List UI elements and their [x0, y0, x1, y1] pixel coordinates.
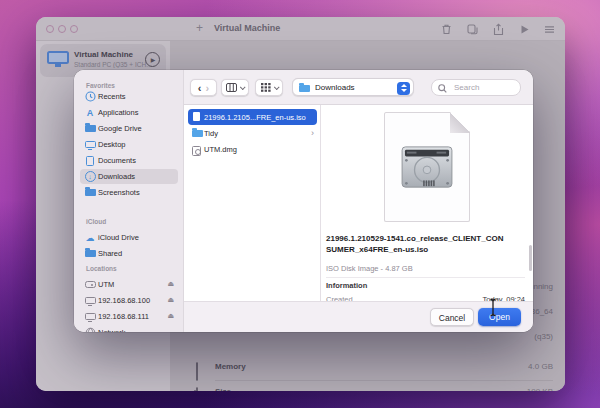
file-list: 21996.1.2105...FRE_en-us.iso Tidy › UTM.…	[184, 105, 321, 301]
sidebar-item-label: 192.168.68.111	[98, 312, 149, 321]
back-icon[interactable]: ‹	[198, 82, 202, 94]
search-input[interactable]	[452, 81, 514, 94]
cancel-button[interactable]: Cancel	[430, 308, 474, 326]
sidebar-item-label: iCloud Drive	[98, 233, 139, 242]
desktop-icon	[84, 139, 96, 150]
preview-file-name-line1: 21996.1.210529-1541.co_release_CLIENT_CO…	[326, 234, 503, 243]
section-header-icloud: iCloud	[86, 218, 106, 225]
sidebar-item-label: Shared	[98, 249, 122, 258]
preview-file-name-line2: SUMER_x64FRE_en-us.iso	[326, 245, 428, 254]
downloads-icon: ↓	[84, 171, 96, 182]
preview-pane: 21996.1.210529-1541.co_release_CLIENT_CO…	[321, 105, 533, 301]
sidebar-item-label: Desktop	[98, 140, 126, 149]
sidebar-item-label: Downloads	[98, 172, 135, 181]
document-icon	[84, 155, 96, 166]
sidebar-item-label: UTM	[98, 280, 114, 289]
search-icon	[438, 84, 447, 93]
sidebar-item-network[interactable]: Network	[80, 325, 178, 332]
grid-view-button[interactable]	[255, 79, 283, 96]
file-name: UTM.dmg	[204, 145, 237, 154]
folder-icon	[84, 187, 96, 198]
preview-file-name: 21996.1.210529-1541.co_release_CLIENT_CO…	[326, 233, 527, 255]
eject-icon[interactable]: ⏏	[167, 312, 174, 320]
disk-image-icon	[192, 146, 201, 156]
globe-icon	[84, 327, 96, 332]
forward-icon: ›	[206, 82, 210, 94]
sidebar-item-applications[interactable]: A Applications	[80, 105, 178, 120]
location-popup[interactable]: Downloads	[292, 78, 414, 96]
open-file-dialog: Favorites Recents A Applications Google …	[74, 70, 533, 332]
selected-row-highlight: 21996.1.2105...FRE_en-us.iso	[188, 109, 317, 125]
cloud-icon: ☁	[84, 232, 96, 243]
nav-back-forward[interactable]: ‹ ›	[190, 79, 217, 96]
network-display-icon	[84, 311, 96, 322]
section-header-favorites: Favorites	[86, 82, 115, 89]
file-row-iso[interactable]: 21996.1.2105...FRE_en-us.iso	[184, 109, 320, 125]
desktop-wallpaper: + Virtual Machine Virtual Machine St	[0, 0, 600, 408]
applications-icon: A	[84, 107, 96, 118]
file-row-utm-dmg[interactable]: UTM.dmg	[184, 142, 320, 158]
folder-icon	[299, 85, 310, 92]
open-button[interactable]: Open	[478, 308, 521, 326]
search-field[interactable]	[431, 79, 521, 96]
eject-icon[interactable]: ⏏	[167, 296, 174, 304]
clock-icon	[84, 91, 96, 102]
hard-drive-icon	[398, 144, 456, 190]
section-header-locations: Locations	[86, 265, 117, 272]
popup-stepper-icon	[397, 82, 410, 95]
file-name: 21996.1.2105...FRE_en-us.iso	[204, 113, 306, 122]
location-popup-label: Downloads	[315, 83, 355, 92]
sidebar-item-label: Documents	[98, 156, 136, 165]
sidebar-item-label: 192.168.68.100	[98, 296, 150, 305]
sidebar-item-desktop[interactable]: Desktop	[80, 137, 178, 152]
chevron-down-icon	[240, 84, 246, 90]
sidebar-item-label: Recents	[98, 92, 126, 101]
folder-icon	[192, 130, 203, 137]
dialog-sidebar: Favorites Recents A Applications Google …	[74, 70, 184, 332]
eject-icon[interactable]: ⏏	[167, 280, 174, 288]
sidebar-item-downloads[interactable]: ↓ Downloads	[80, 169, 178, 184]
preview-info-header: Information	[326, 281, 367, 290]
chevron-down-icon	[273, 84, 279, 90]
sidebar-item-server-100[interactable]: 192.168.68.100 ⏏	[80, 293, 178, 308]
shared-folder-icon	[84, 248, 96, 259]
dialog-button-bar: Cancel Open	[184, 301, 533, 332]
folder-icon	[84, 123, 96, 134]
ibeam-cursor	[487, 298, 499, 317]
sidebar-item-server-111[interactable]: 192.168.68.111 ⏏	[80, 309, 178, 324]
file-name: Tidy	[204, 129, 218, 138]
sidebar-item-label: Screenshots	[98, 188, 140, 197]
column-view-button[interactable]	[221, 79, 249, 96]
preview-scrollbar[interactable]	[529, 245, 532, 271]
network-display-icon	[84, 295, 96, 306]
file-icon	[193, 112, 200, 121]
sidebar-item-label: Network	[98, 328, 126, 332]
preview-divider	[326, 277, 525, 278]
preview-file-kind: ISO Disk Image - 4.87 GB	[326, 264, 413, 273]
sidebar-item-label: Applications	[98, 108, 138, 117]
sidebar-item-shared[interactable]: Shared	[80, 246, 178, 261]
columns-icon	[226, 83, 237, 92]
external-drive-icon	[84, 279, 96, 290]
sidebar-item-documents[interactable]: Documents	[80, 153, 178, 168]
sidebar-item-icloud-drive[interactable]: ☁ iCloud Drive	[80, 230, 178, 245]
sidebar-item-google-drive[interactable]: Google Drive	[80, 121, 178, 136]
sidebar-item-label: Google Drive	[98, 124, 142, 133]
disclosure-chevron-icon: ›	[311, 128, 314, 138]
sidebar-item-recents[interactable]: Recents	[80, 89, 178, 104]
page-fold-corner	[450, 113, 470, 133]
sidebar-item-screenshots[interactable]: Screenshots	[80, 185, 178, 200]
file-row-tidy[interactable]: Tidy ›	[184, 126, 320, 142]
sidebar-item-utm-drive[interactable]: UTM ⏏	[80, 277, 178, 292]
grid-icon	[261, 83, 271, 92]
dialog-toolbar: ‹ › Downloads	[184, 70, 533, 105]
